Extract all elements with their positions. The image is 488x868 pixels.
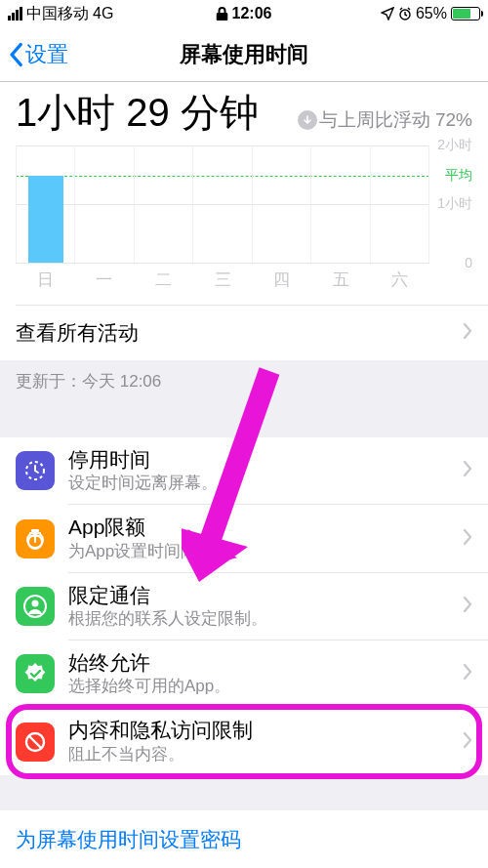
status-left: 中国移动 4G	[8, 4, 113, 24]
passcode-footnote: 使用密码保障"屏幕使用时间"的设置，并在达	[0, 863, 488, 868]
updated-footer: 更新于：今天 12:06	[0, 360, 488, 402]
status-right: 65%	[381, 5, 480, 22]
chart-x-label: 日	[16, 269, 75, 291]
chart-x-label: 四	[252, 269, 311, 291]
see-all-activity-label: 查看所有活动	[16, 319, 463, 347]
chart-x-label: 一	[75, 269, 135, 291]
carrier-label: 中国移动	[26, 4, 89, 24]
chart-bar	[28, 176, 63, 263]
content-restrictions-sub: 阻止不当内容。	[68, 744, 449, 765]
down-arrow-icon	[298, 110, 317, 130]
communication-cell[interactable]: 限定通信 根据您的联系人设定限制。	[0, 573, 488, 640]
chevron-right-icon	[463, 663, 472, 684]
chart-x-label: 五	[311, 269, 371, 291]
chart-x-label: 六	[370, 269, 429, 291]
communication-title: 限定通信	[68, 583, 449, 608]
chevron-right-icon	[463, 322, 472, 344]
svg-rect-2	[31, 529, 39, 532]
downtime-sub: 设定时间远离屏幕。	[68, 473, 449, 494]
chevron-right-icon	[463, 460, 472, 481]
set-passcode-row[interactable]: 为屏幕使用时间设置密码	[0, 810, 488, 863]
downtime-title: 停用时间	[68, 447, 449, 473]
chart-x-label: 二	[134, 269, 193, 291]
total-usage-time: 1小时 29 分钟	[16, 86, 259, 140]
content-restrictions-cell[interactable]: 内容和隐私访问限制 阻止不当内容。	[0, 708, 488, 774]
back-button[interactable]: 设置	[8, 40, 68, 69]
chart-y-label: 0	[465, 255, 472, 270]
downtime-icon	[16, 451, 55, 490]
location-icon	[381, 7, 394, 21]
app-limits-cell[interactable]: App限额 为App设置时间限额。	[0, 505, 488, 571]
usage-summary: 1小时 29 分钟 与上周比浮动 72%	[0, 82, 488, 140]
chart-y-label: 2小时	[437, 137, 472, 154]
communication-icon	[16, 587, 55, 626]
back-label: 设置	[25, 40, 68, 69]
chart-y-label: 1小时	[437, 195, 472, 213]
lock-icon	[217, 7, 228, 21]
battery-pct: 65%	[416, 5, 447, 22]
content-restrictions-title: 内容和隐私访问限制	[68, 718, 449, 743]
always-allow-title: 始终允许	[68, 650, 449, 676]
svg-point-5	[32, 599, 39, 606]
always-allow-cell[interactable]: 始终允许 选择始终可用的App。	[0, 641, 488, 707]
status-center: 12:06	[217, 5, 272, 22]
nav-bar: 设置 屏幕使用时间	[0, 27, 488, 82]
set-passcode-label: 为屏幕使用时间设置密码	[16, 826, 472, 853]
clock-label: 12:06	[232, 5, 272, 22]
app-limits-title: App限额	[68, 515, 449, 540]
chevron-right-icon	[463, 528, 472, 550]
nav-title: 屏幕使用时间	[180, 40, 308, 69]
status-bar: 中国移动 4G 12:06 65%	[0, 0, 488, 27]
downtime-cell[interactable]: 停用时间 设定时间远离屏幕。	[0, 437, 488, 504]
signal-icon	[8, 7, 22, 21]
usage-chart[interactable]: 2小时1小时0平均 日一二三四五六	[0, 145, 488, 291]
always-allow-sub: 选择始终可用的App。	[68, 676, 449, 697]
see-all-activity-row[interactable]: 查看所有活动	[0, 306, 488, 360]
content-restrictions-icon	[16, 723, 55, 762]
alarm-icon	[398, 7, 412, 21]
chart-x-label: 三	[193, 269, 253, 291]
chevron-right-icon	[463, 596, 472, 617]
week-compare-text: 与上周比浮动 72%	[319, 107, 472, 133]
updated-text: 更新于：今天 12:06	[16, 372, 161, 391]
app-limits-icon	[16, 519, 55, 558]
battery-icon	[451, 7, 480, 21]
app-limits-sub: 为App设置时间限额。	[68, 541, 449, 562]
chevron-right-icon	[463, 731, 472, 753]
week-compare: 与上周比浮动 72%	[298, 107, 472, 133]
chart-avg-label: 平均	[445, 167, 472, 185]
chevron-left-icon	[8, 42, 23, 67]
communication-sub: 根据您的联系人设定限制。	[68, 608, 449, 630]
network-label: 4G	[93, 5, 113, 22]
always-allow-icon	[16, 654, 55, 693]
